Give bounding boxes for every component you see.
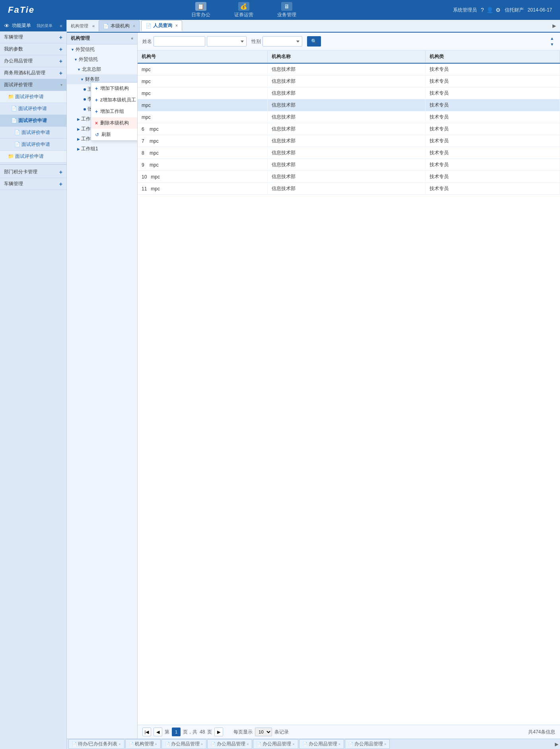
bottom-tab-close-3[interactable]: × — [247, 742, 249, 746]
sidebar-collapse[interactable]: « — [60, 23, 62, 29]
sidebar-sub2-item-0[interactable]: 📄 面试评价申请 — [0, 103, 66, 115]
table-row[interactable]: 11 mpc 信息技术部 技术专员 — [138, 183, 560, 195]
sidebar-sub-item-0[interactable]: 📁 面试评价申请 — [0, 91, 66, 103]
sidebar-item-params-plus[interactable]: + — [59, 46, 62, 52]
per-page-label: 每页显示 — [233, 729, 253, 735]
table-row[interactable]: 10 mpc 信息技术部 技术专员 — [138, 171, 560, 183]
cell-num: 11 mpc — [138, 183, 267, 195]
bottom-tab-close-4[interactable]: × — [292, 742, 294, 746]
sidebar-item-gifts[interactable]: 商务用酒&礼品管理 + — [0, 67, 66, 79]
sidebar-item-params[interactable]: 我的参数 + — [0, 43, 66, 55]
logo: FaTie — [8, 5, 35, 15]
search-collapse-btn[interactable]: ▼ — [549, 42, 555, 47]
cell-num: mpc — [138, 99, 267, 111]
ctx-label-3: 删除本级机构 — [100, 120, 129, 126]
settings-icon[interactable]: ⚙ — [496, 7, 501, 13]
table-row[interactable]: mpc 信息技术部 技术专员 — [138, 87, 560, 99]
tree-node-0[interactable]: ▼ 外贸信托 — [67, 45, 137, 54]
nav-item-daily[interactable]: 📋 日常办公 — [191, 2, 210, 18]
ctx-add-emp[interactable]: + z增加本级机员工 — [91, 94, 138, 106]
table-row[interactable]: 9 mpc 信息技术部 技术专员 — [138, 159, 560, 171]
sidebar-sub3-item-1[interactable]: 📄 面试评价申请 — [0, 139, 66, 151]
cell-name: 信息技术部 — [267, 123, 425, 135]
ctx-add-sub[interactable]: + 增加下级机构 — [91, 83, 138, 94]
ctx-plus-icon-0: + — [95, 86, 98, 91]
bottom-tab-close-2[interactable]: × — [201, 742, 203, 746]
per-page-select[interactable]: 10 20 50 — [255, 728, 272, 736]
tab-org[interactable]: 📄 本级机构 × — [99, 20, 140, 31]
sidebar-item-vehicle-plus[interactable]: + — [59, 34, 62, 41]
sidebar-item-dept[interactable]: 部门积分卡管理 + — [0, 166, 66, 178]
table-row-selected[interactable]: mpc 信息技术部 技术专员 — [138, 99, 560, 111]
tree-node-2[interactable]: ▼ 北京总部 — [67, 64, 137, 74]
tab-org-doc-icon: 📄 — [103, 23, 109, 29]
sidebar-item-supplies-plus[interactable]: + — [59, 58, 62, 64]
bottom-tab-close-5[interactable]: × — [338, 742, 340, 746]
table-row[interactable]: 8 mpc 信息技术部 技术专员 — [138, 147, 560, 159]
bottom-tab-3[interactable]: 📄 办公用品管理 × — [207, 739, 252, 749]
table-row[interactable]: mpc 信息技术部 技术专员 — [138, 63, 560, 76]
bottom-tab-4[interactable]: 📄 办公用品管理 × — [253, 739, 298, 749]
sidebar-item-gifts-plus[interactable]: + — [59, 70, 62, 76]
tab-arrow[interactable]: ▶ — [552, 23, 556, 29]
tab-bar-collapse[interactable]: « — [92, 23, 95, 28]
bottom-tab-close-0[interactable]: × — [119, 742, 121, 746]
page-pages: 页 — [207, 729, 212, 735]
search-expand-btn[interactable]: ▲ — [549, 36, 555, 41]
table-header-row: 机构号 机构名称 机构类 — [138, 50, 560, 63]
page-prev[interactable]: ◀ — [154, 728, 162, 736]
sidebar-sub-item-1[interactable]: 📁 面试评价申请 — [0, 151, 66, 163]
sidebar-item-params-label: 我的参数 — [4, 46, 23, 52]
nav-item-securities[interactable]: 💰 证券运营 — [234, 2, 253, 18]
bottom-tab-label-5: 办公用品管理 — [309, 741, 337, 747]
search-name-select[interactable] — [207, 36, 247, 47]
sidebar-item-vehicle2[interactable]: 车辆管理 + — [0, 178, 66, 190]
ctx-add-group[interactable]: + 增加工作组 — [91, 106, 138, 117]
tree-node-1[interactable]: ▼ 外贸信托 — [67, 54, 137, 64]
bottom-tab-close-6[interactable]: × — [384, 742, 386, 746]
tab-person[interactable]: 📄 人员查询 × — [141, 20, 182, 31]
help-icon[interactable]: ? — [481, 7, 484, 13]
tab-org-close[interactable]: × — [133, 24, 135, 28]
tree-dot-2 — [84, 108, 86, 111]
search-button[interactable]: 🔍 — [307, 36, 321, 47]
sidebar-sub3-label-0: 📄 面试评价申请 — [14, 129, 50, 136]
sidebar-item-dept-plus[interactable]: + — [59, 169, 62, 175]
table-row[interactable]: mpc 信息技术部 技术专员 — [138, 111, 560, 123]
search-name-input[interactable] — [154, 36, 205, 47]
sidebar-sub3-item-0[interactable]: 📄 面试评价申请 — [0, 127, 66, 139]
content-area: 机构管理 « ▼ 外贸信托 ▼ 外贸信托 ▼ 北京总部 — [67, 33, 560, 739]
table-row[interactable]: mpc 信息技术部 技术专员 — [138, 76, 560, 87]
bottom-tab-0[interactable]: 📄 待办/已办任务列表 × — [68, 739, 124, 749]
tab-person-close[interactable]: × — [175, 23, 178, 28]
table-row[interactable]: 6 mpc 信息技术部 技术专员 — [138, 123, 560, 135]
page-current[interactable]: 1 — [172, 728, 181, 736]
ctx-delete[interactable]: × 删除本级机构 — [91, 117, 138, 129]
bottom-tab-doc-icon-2: 📄 — [165, 742, 170, 746]
sidebar-item-vehicle2-plus[interactable]: + — [59, 181, 62, 187]
bottom-tab-5[interactable]: 📄 办公用品管理 × — [299, 739, 344, 749]
sidebar-item-supplies[interactable]: 办公用品管理 + — [0, 55, 66, 67]
table-row[interactable]: 7 mpc 信息技术部 技术专员 — [138, 135, 560, 147]
cell-num: 7 mpc — [138, 135, 267, 147]
table-area: 姓名 性别 男 女 — [138, 33, 560, 739]
search-gender-select[interactable]: 男 女 — [262, 36, 302, 47]
bottom-tab-1[interactable]: 📄 机构管理 × — [125, 739, 161, 749]
sidebar-item-vehicle[interactable]: 车辆管理 + — [0, 31, 66, 43]
bottom-tab-close-1[interactable]: × — [155, 742, 157, 746]
org-tree-collapse[interactable]: « — [131, 36, 133, 41]
ctx-refresh[interactable]: ↺ 刷新 — [91, 129, 138, 140]
bottom-tab-2[interactable]: 📄 办公用品管理 × — [161, 739, 206, 749]
sidebar-sub2-item-1[interactable]: 📄 面试评价申请 — [0, 115, 66, 127]
user-icon[interactable]: 👤 — [486, 7, 493, 13]
tree-node-group-3[interactable]: ▶ 工作组1 — [67, 144, 137, 154]
bottom-tab-6[interactable]: 📄 办公用品管理 × — [345, 739, 390, 749]
bottom-tab-arrow[interactable]: ▶ — [555, 741, 558, 747]
page-first[interactable]: |◀ — [142, 728, 151, 736]
sidebar-item-interview[interactable]: 面试评价管理 ▾ — [0, 79, 66, 91]
page-of: 页，共 — [183, 729, 197, 735]
search-icon: 🔍 — [311, 39, 317, 44]
page-next[interactable]: ▶ — [214, 728, 223, 736]
nav-item-business[interactable]: 🖥 业务管理 — [277, 2, 296, 18]
cell-type: 技术专员 — [425, 183, 560, 195]
